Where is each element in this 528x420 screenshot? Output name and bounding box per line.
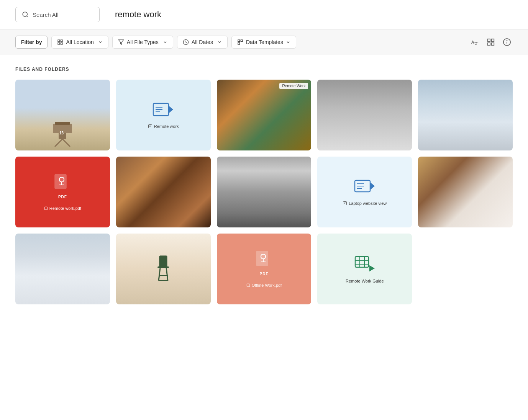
data-templates-label: Data Templates bbox=[246, 39, 283, 45]
main-content: FILES AND FOLDERS 13 bbox=[0, 55, 528, 316]
file-label: Laptop website view bbox=[343, 201, 387, 206]
header: Search All remote work bbox=[0, 0, 528, 29]
svg-rect-2 bbox=[58, 40, 60, 42]
filter-icon bbox=[118, 39, 124, 45]
svg-rect-8 bbox=[238, 40, 240, 42]
file-card[interactable]: 13 bbox=[15, 80, 110, 150]
dates-filter[interactable]: All Dates bbox=[177, 36, 228, 49]
svg-rect-44 bbox=[343, 201, 347, 205]
file-card[interactable]: PDF Remote work.pdf bbox=[15, 157, 110, 227]
file-types-filter[interactable]: All File Types bbox=[112, 36, 173, 49]
file-card[interactable] bbox=[15, 234, 110, 304]
section-title: FILES AND FOLDERS bbox=[15, 67, 513, 72]
svg-rect-14 bbox=[488, 39, 490, 41]
svg-line-49 bbox=[159, 268, 160, 281]
svg-line-1 bbox=[26, 16, 28, 17]
chevron-down-icon bbox=[217, 40, 222, 44]
info-button[interactable] bbox=[501, 36, 513, 48]
view-controls: A Z bbox=[469, 36, 513, 48]
svg-line-25 bbox=[62, 139, 70, 147]
file-label: Remote Work Guide bbox=[346, 279, 384, 283]
svg-rect-57 bbox=[355, 257, 369, 267]
file-label: Remote work.pdf bbox=[49, 206, 81, 211]
dates-label: All Dates bbox=[192, 39, 213, 45]
file-card[interactable] bbox=[418, 80, 513, 150]
file-types-label: All File Types bbox=[127, 39, 159, 45]
file-card[interactable]: Remote Work Guide bbox=[317, 234, 412, 304]
svg-rect-4 bbox=[58, 42, 60, 44]
svg-rect-16 bbox=[488, 43, 490, 45]
search-placeholder: Search All bbox=[33, 11, 59, 18]
info-icon bbox=[503, 38, 511, 46]
svg-marker-6 bbox=[118, 40, 123, 44]
svg-rect-32 bbox=[148, 124, 152, 128]
search-box[interactable]: Search All bbox=[15, 7, 100, 22]
svg-rect-3 bbox=[61, 40, 63, 42]
svg-point-0 bbox=[23, 12, 27, 16]
svg-marker-62 bbox=[369, 265, 375, 271]
sort-az-button[interactable]: A Z bbox=[469, 36, 480, 48]
svg-text:13: 13 bbox=[59, 131, 64, 135]
svg-rect-47 bbox=[159, 256, 167, 267]
file-label: Remote work bbox=[148, 124, 179, 129]
search-icon bbox=[22, 11, 29, 18]
remote-work-badge: Remote Work bbox=[279, 83, 308, 89]
svg-marker-43 bbox=[370, 182, 375, 190]
location-label: All Location bbox=[66, 39, 93, 45]
file-card[interactable] bbox=[317, 80, 412, 150]
chevron-down-icon bbox=[98, 40, 103, 44]
file-card[interactable]: Laptop website view bbox=[317, 157, 412, 227]
svg-rect-56 bbox=[247, 284, 250, 287]
chevron-down-icon bbox=[163, 40, 167, 44]
file-card[interactable]: Remote Work bbox=[217, 80, 312, 150]
svg-rect-15 bbox=[492, 39, 494, 41]
svg-rect-10 bbox=[238, 42, 240, 44]
svg-marker-31 bbox=[169, 106, 173, 113]
file-card[interactable] bbox=[116, 234, 211, 304]
grid-icon bbox=[487, 38, 495, 46]
file-card[interactable] bbox=[116, 157, 211, 227]
svg-text:Z: Z bbox=[475, 42, 477, 46]
grid-view-button[interactable] bbox=[485, 36, 497, 48]
svg-rect-38 bbox=[44, 207, 48, 210]
clock-icon bbox=[183, 39, 189, 45]
sort-az-icon: A Z bbox=[471, 38, 479, 46]
svg-text:A: A bbox=[471, 40, 474, 44]
data-templates-filter[interactable]: Data Templates bbox=[231, 36, 296, 49]
chevron-down-icon bbox=[286, 40, 290, 44]
file-card[interactable] bbox=[418, 157, 513, 227]
file-card[interactable]: Remote work bbox=[116, 80, 211, 150]
location-icon bbox=[57, 39, 63, 45]
svg-rect-23 bbox=[55, 122, 70, 125]
svg-line-24 bbox=[55, 139, 62, 147]
svg-rect-9 bbox=[241, 40, 243, 42]
search-query: remote work bbox=[115, 10, 161, 20]
file-card[interactable] bbox=[217, 157, 312, 227]
templates-icon bbox=[237, 39, 243, 45]
filter-bar: Filter by All Location All File Types Al… bbox=[0, 29, 528, 55]
svg-rect-17 bbox=[492, 43, 494, 45]
svg-rect-48 bbox=[157, 266, 169, 268]
file-card[interactable]: PDF Offline Work.pdf bbox=[217, 234, 312, 304]
location-filter[interactable]: All Location bbox=[51, 36, 108, 49]
file-label: Offline Work.pdf bbox=[252, 283, 282, 288]
files-grid: 13 Remote work bbox=[15, 80, 513, 304]
svg-line-50 bbox=[166, 268, 168, 281]
svg-rect-5 bbox=[61, 42, 63, 44]
filter-by-label: Filter by bbox=[15, 36, 48, 49]
